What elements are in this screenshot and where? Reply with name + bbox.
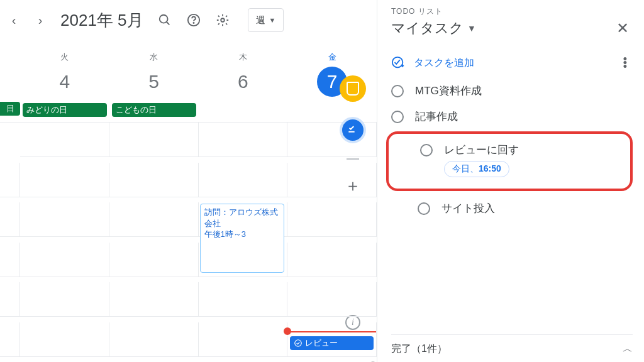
day-header[interactable]: 木 6 bbox=[199, 52, 288, 97]
search-icon[interactable] bbox=[152, 8, 177, 33]
prev-button[interactable]: ‹ bbox=[3, 9, 25, 31]
svg-line-1 bbox=[166, 22, 169, 25]
event-title: 訪問：アロウズ株式会社 bbox=[204, 207, 280, 229]
svg-point-0 bbox=[159, 15, 167, 23]
tasks-list-name: マイタスク bbox=[391, 19, 464, 38]
task-label: 記事作成 bbox=[415, 109, 458, 124]
add-task-label: タスクを追加 bbox=[414, 57, 474, 70]
calendar-title: 2021年 5月 bbox=[60, 9, 143, 31]
task-due-pill[interactable]: 今日、16:50 bbox=[444, 161, 509, 177]
tasks-menu-button[interactable]: ••• bbox=[618, 57, 633, 69]
help-icon[interactable] bbox=[181, 8, 206, 33]
event-time: 午後1時～3 bbox=[204, 229, 280, 240]
next-button[interactable]: › bbox=[29, 9, 52, 31]
time-grid[interactable]: 訪問：アロウズ株式会社 午後1時～3 レビュー bbox=[0, 123, 377, 362]
allday-chip[interactable]: みどりの日 bbox=[23, 103, 107, 117]
svg-point-3 bbox=[193, 23, 194, 23]
allday-chip[interactable]: 日 bbox=[0, 102, 20, 116]
svg-point-4 bbox=[221, 18, 225, 22]
tasks-eyebrow: TODO リスト bbox=[391, 6, 633, 17]
now-indicator bbox=[287, 331, 376, 332]
task-label: MTG資料作成 bbox=[415, 84, 482, 98]
svg-point-6 bbox=[295, 339, 302, 346]
day-header[interactable]: 火 4 bbox=[20, 52, 109, 97]
day-header[interactable]: 水 5 bbox=[109, 52, 199, 97]
task-label: サイト投入 bbox=[441, 201, 495, 216]
settings-icon[interactable] bbox=[210, 8, 235, 33]
chevron-down-icon: ▼ bbox=[269, 16, 276, 24]
calendar-task-chip-label: レビュー bbox=[305, 337, 338, 349]
chevron-down-icon: ▼ bbox=[467, 23, 476, 33]
task-complete-toggle[interactable] bbox=[418, 202, 430, 215]
view-picker-label: 週 bbox=[256, 14, 265, 26]
highlighted-subtask: レビューに回す 今日、16:50 bbox=[386, 131, 633, 191]
task-label: レビューに回す bbox=[444, 143, 519, 157]
close-button[interactable]: ✕ bbox=[613, 17, 633, 40]
task-subitem[interactable]: サイト投入 bbox=[418, 196, 633, 221]
task-subitem[interactable]: レビューに回す 今日、16:50 bbox=[420, 138, 619, 182]
completed-label: 完了（1件） bbox=[391, 343, 447, 356]
chevron-up-icon: ︿ bbox=[623, 343, 633, 356]
completed-toggle[interactable]: 完了（1件） ︿ bbox=[391, 334, 633, 356]
keep-icon[interactable] bbox=[340, 75, 366, 102]
allday-chip[interactable]: こどもの日 bbox=[112, 103, 196, 117]
task-item[interactable]: 記事作成 bbox=[391, 104, 633, 129]
task-complete-toggle[interactable] bbox=[391, 111, 404, 123]
task-complete-toggle[interactable] bbox=[391, 85, 404, 97]
calendar-task-chip[interactable]: レビュー bbox=[290, 336, 374, 350]
view-picker[interactable]: 週 ▼ bbox=[248, 8, 284, 32]
add-task-button[interactable]: タスクを追加 bbox=[391, 56, 474, 70]
task-item[interactable]: MTG資料作成 bbox=[391, 79, 633, 103]
now-indicator-dot bbox=[284, 327, 291, 335]
tasks-list-picker[interactable]: マイタスク ▼ bbox=[391, 19, 476, 38]
task-complete-toggle[interactable] bbox=[420, 144, 433, 156]
